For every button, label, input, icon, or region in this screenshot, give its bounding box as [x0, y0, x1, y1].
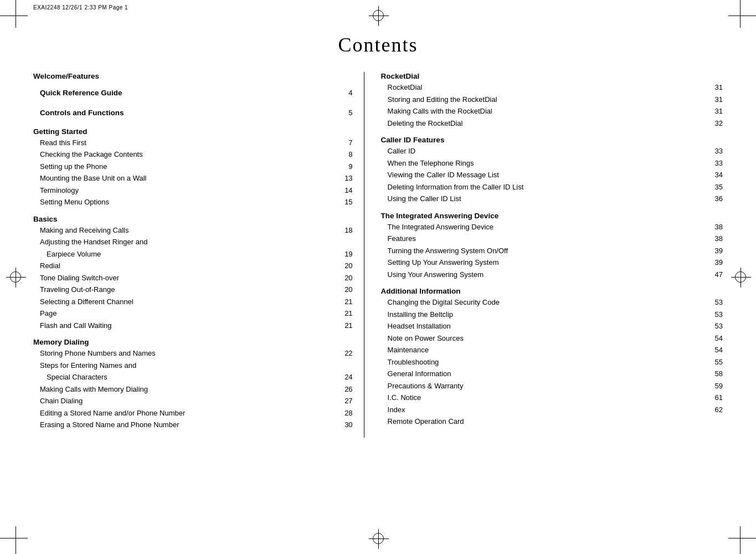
crop-mark-br-h — [728, 538, 756, 538]
section-caller-id: Caller ID Features Caller ID 33 When the… — [381, 136, 723, 205]
toc-item-earpiece: Earpiece Volume 19 — [33, 248, 353, 260]
storing-numbers-label: Storing Phone Numbers and Names — [40, 348, 336, 359]
setting-up-answering-label: Setting Up Your Answering System — [388, 257, 706, 268]
toc-item-turning-answering: Turning the Answering System On/Off 39 — [381, 245, 723, 257]
troubleshooting-label: Troubleshooting — [388, 357, 706, 368]
terminology-label: Terminology — [40, 185, 336, 196]
toc-item-setting-phone: Setting up the Phone 9 — [33, 161, 353, 173]
crop-mark-tr-v — [740, 0, 740, 28]
toc-item-rocketdial: RocketDial 31 — [381, 81, 723, 94]
toc-item-troubleshooting: Troubleshooting 55 — [381, 356, 723, 368]
toc-item-terminology: Terminology 14 — [33, 184, 353, 197]
toc-item-beltclip: Installing the Beltclip 53 — [381, 309, 723, 321]
toc-item-deleting-rocketdial: Deleting the RocketDial 32 — [381, 117, 723, 130]
section-getting-started: Getting Started Read this First 7 Checki… — [33, 127, 353, 208]
flash-page: 21 — [339, 320, 353, 331]
toc-item-traveling: Traveling Out-of-Range 20 — [33, 284, 353, 296]
flash-label: Flash and Call Waiting — [40, 320, 336, 331]
left-column: Welcome/Features Quick Reference Guide 4… — [33, 72, 364, 438]
integrated-device-label: The Integrated Answering Device — [388, 222, 706, 233]
storing-numbers-page: 22 — [339, 348, 353, 359]
toc-item-making-calls-rocketdial: Making Calls with the RocketDial 31 — [381, 105, 723, 117]
toc-item-ic-notice: I.C. Notice 61 — [381, 392, 723, 404]
deleting-rocketdial-label: Deleting the RocketDial — [388, 118, 706, 129]
section-header-integrated-answering: The Integrated Answering Device — [381, 212, 723, 220]
controls-label: Controls and Functions — [40, 107, 336, 119]
making-calls-label: Making and Receiving Calls — [40, 225, 336, 236]
toc-item-integrated-device: The Integrated Answering Device 38 — [381, 221, 723, 233]
section-quick-ref: Quick Reference Guide 4 — [33, 87, 353, 100]
toc-item-read-first: Read this First 7 — [33, 137, 353, 149]
toc-item-erasing-stored: Erasing a Stored Name and Phone Number 3… — [33, 419, 353, 431]
when-telephone-rings-page: 33 — [709, 158, 723, 169]
traveling-page: 20 — [339, 284, 353, 295]
crop-mark-bl-v — [16, 526, 16, 554]
using-caller-id-page: 36 — [709, 193, 723, 204]
reg-mark-right — [735, 271, 746, 283]
header-bar: EXAI2248 12/26/1 2:33 PM Page 1 — [33, 4, 128, 11]
crop-mark-tl-v — [16, 0, 16, 28]
right-column: RocketDial RocketDial 31 Storing and Edi… — [364, 72, 723, 438]
using-answering-page: 47 — [709, 269, 723, 280]
beltclip-label: Installing the Beltclip — [388, 309, 706, 320]
deleting-caller-id-page: 35 — [709, 182, 723, 193]
making-calls-memory-page: 26 — [339, 384, 353, 395]
features-page: 38 — [709, 233, 723, 244]
rocketdial-page: 31 — [709, 82, 723, 93]
section-header-getting-started: Getting Started — [33, 127, 353, 136]
checking-package-label: Checking the Package Contents — [40, 149, 336, 160]
turning-answering-page: 39 — [709, 245, 723, 257]
digital-security-page: 53 — [709, 297, 723, 308]
checking-package-page: 8 — [339, 149, 353, 160]
menu-options-label: Setting Menu Options — [40, 197, 336, 208]
crop-mark-bl-h — [0, 538, 28, 538]
storing-editing-rocketdial-label: Storing and Editing the RocketDial — [388, 94, 706, 105]
chain-dialing-label: Chain Dialing — [40, 396, 336, 407]
section-header-additional-info: Additional Information — [381, 287, 723, 295]
section-controls: Controls and Functions 5 — [33, 107, 353, 120]
ic-notice-page: 61 — [709, 392, 723, 403]
toc-item-checking-package: Checking the Package Contents 8 — [33, 148, 353, 161]
index-page: 62 — [709, 404, 723, 416]
toc-item-power-sources: Note on Power Sources 54 — [381, 332, 723, 345]
read-first-page: 7 — [339, 137, 353, 148]
quick-ref-page: 4 — [339, 88, 353, 99]
toc-item-redial: Redial 20 — [33, 260, 353, 272]
deleting-rocketdial-page: 32 — [709, 118, 723, 129]
editing-stored-page: 28 — [339, 408, 353, 419]
header-text: EXAI2248 12/26/1 2:33 PM Page 1 — [33, 4, 128, 11]
earpiece-page: 19 — [339, 249, 353, 260]
quick-ref-label: Quick Reference Guide — [40, 88, 336, 99]
using-caller-id-label: Using the Caller ID List — [388, 193, 706, 204]
toc-item-setting-up-answering: Setting Up Your Answering System 39 — [381, 257, 723, 269]
caller-id-label: Caller ID — [388, 146, 706, 157]
toc-item-mounting: Mounting the Base Unit on a Wall 13 — [33, 172, 353, 184]
toc-item-special-chars: Special Characters 24 — [33, 371, 353, 383]
editing-stored-label: Editing a Stored Name and/or Phone Numbe… — [40, 408, 336, 419]
chain-dialing-page: 27 — [339, 396, 353, 407]
digital-security-label: Changing the Digital Security Code — [388, 297, 706, 308]
special-chars-label: Special Characters — [47, 372, 336, 383]
toc-item-viewing-caller-id: Viewing the Caller ID Message List 34 — [381, 169, 723, 181]
toc-item-selecting-channel: Selecting a Different Channel 21 — [33, 296, 353, 308]
making-calls-memory-label: Making Calls with Memory Dialing — [40, 384, 336, 395]
toc-item-digital-security: Changing the Digital Security Code 53 — [381, 296, 723, 309]
using-answering-label: Using Your Answering System — [388, 269, 706, 280]
mounting-page: 13 — [339, 173, 353, 184]
power-sources-label: Note on Power Sources — [388, 333, 706, 344]
adjusting-ringer-label: Adjusting the Handset Ringer and — [40, 237, 336, 248]
ic-notice-label: I.C. Notice — [388, 392, 706, 403]
precautions-label: Precautions & Warranty — [388, 381, 706, 392]
section-additional-info: Additional Information Changing the Digi… — [381, 287, 723, 428]
toc-item-editing-stored: Editing a Stored Name and/or Phone Numbe… — [33, 407, 353, 419]
page-label: Page — [40, 308, 336, 319]
toc-item-steps-entering: Steps for Entering Names and — [33, 360, 353, 372]
toc-item-caller-id: Caller ID 33 — [381, 145, 723, 157]
toc-item-maintenance: Maintenance 54 — [381, 344, 723, 356]
redial-page: 20 — [339, 260, 353, 271]
toc-item-index: Index 62 — [381, 404, 723, 416]
steps-entering-label: Steps for Entering Names and — [40, 360, 336, 371]
section-basics: Basics Making and Receiving Calls 18 Adj… — [33, 215, 353, 332]
erasing-stored-label: Erasing a Stored Name and Phone Number — [40, 419, 336, 430]
tone-dialing-label: Tone Dialing Switch-over — [40, 273, 336, 284]
